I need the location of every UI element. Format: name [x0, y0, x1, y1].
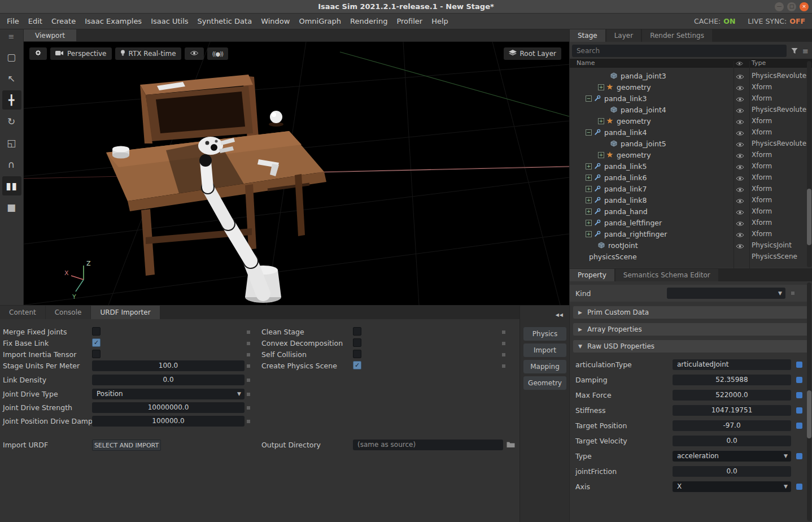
capture-button[interactable]: ((●))	[207, 47, 228, 60]
cache-status[interactable]: ON	[723, 17, 735, 25]
link-density-field[interactable]: 0.0	[92, 375, 245, 385]
self-collision-checkbox[interactable]	[353, 350, 361, 358]
visibility-button[interactable]	[185, 47, 204, 60]
tab-stage[interactable]: Stage	[570, 29, 605, 42]
visibility-eye-icon[interactable]	[736, 118, 744, 127]
kind-dropdown[interactable]: ▼	[667, 288, 785, 299]
stage-row-rootJoint[interactable]: rootJointPhysicsJoint	[570, 240, 812, 251]
axis-dropdown[interactable]: X▼	[673, 481, 791, 492]
maximize-button[interactable]: □	[787, 2, 796, 11]
viewport-canvas[interactable]: Perspective RTX Real-time ((●))	[24, 42, 569, 305]
visibility-eye-icon[interactable]	[736, 129, 744, 138]
visibility-eye-icon[interactable]	[736, 107, 744, 115]
scale-tool-button[interactable]: ◱	[2, 133, 21, 153]
root-layer-button[interactable]: Root Layer	[504, 47, 561, 60]
stop-tool-button[interactable]: ■	[2, 198, 21, 217]
section-array-properties[interactable]: ▶ Array Properties	[573, 323, 809, 336]
snap-tool-button[interactable]: ∩	[2, 155, 21, 174]
stage-row-geometry[interactable]: +geometryXform	[570, 149, 812, 160]
expand-icon[interactable]: +	[586, 163, 592, 169]
visibility-eye-icon[interactable]	[736, 186, 744, 194]
convex-decomposition-checkbox[interactable]	[353, 338, 361, 347]
menu-file[interactable]: File	[7, 17, 19, 25]
visibility-eye-icon[interactable]	[736, 73, 744, 81]
visibility-eye-icon[interactable]	[736, 197, 744, 206]
jointfriction-field[interactable]: 0.0	[673, 466, 791, 477]
tab-render-settings[interactable]: Render Settings	[642, 29, 712, 42]
output-directory-field[interactable]: (same as source)	[353, 440, 503, 450]
live-sync-status[interactable]: OFF	[789, 17, 805, 25]
side-tab-physics[interactable]: Physics	[523, 327, 566, 341]
camera-mode-button[interactable]: Perspective	[50, 47, 112, 60]
collapse-icon[interactable]: −	[586, 95, 592, 102]
target-velocity-field[interactable]: 0.0	[673, 436, 791, 446]
stage-row-geometry[interactable]: +geometryXform	[570, 115, 812, 127]
visibility-eye-icon[interactable]	[736, 152, 744, 160]
visibility-eye-icon[interactable]	[736, 95, 744, 104]
stage-row-geometry[interactable]: +geometryXform	[570, 81, 812, 93]
tab-semantics-schema-editor[interactable]: Semantics Schema Editor	[615, 269, 718, 281]
menu-rendering[interactable]: Rendering	[350, 17, 387, 25]
stage-units-per-meter-field[interactable]: 100.0	[92, 360, 245, 371]
collapse-icon[interactable]: −	[586, 129, 592, 136]
menu-edit[interactable]: Edit	[28, 17, 42, 25]
stiffness-field[interactable]: 1047.19751	[673, 405, 791, 416]
menu-synthetic-data[interactable]: Synthetic Data	[198, 17, 252, 25]
joint-drive-strength-field[interactable]: 10000000.0	[92, 402, 245, 413]
visibility-eye-icon[interactable]	[736, 163, 744, 172]
search-input[interactable]	[572, 45, 787, 57]
move-tool-button[interactable]: ╋	[2, 90, 21, 110]
tab-viewport[interactable]: Viewport	[24, 29, 76, 41]
visibility-eye-icon[interactable]	[736, 208, 744, 217]
tab-urdf-importer[interactable]: URDF Importer	[91, 306, 159, 319]
stage-row-panda_link6[interactable]: +panda_link6Xform	[570, 172, 812, 183]
visibility-eye-icon[interactable]	[736, 242, 744, 251]
tab-console[interactable]: Console	[46, 306, 91, 319]
section-raw-usd-properties[interactable]: ▼ Raw USD Properties	[573, 340, 809, 353]
expand-icon[interactable]: +	[586, 175, 592, 181]
expand-icon[interactable]: +	[586, 197, 592, 203]
menu-omnigraph[interactable]: OmniGraph	[299, 17, 341, 25]
stage-scrollbar-thumb[interactable]	[807, 189, 811, 245]
menu-window[interactable]: Window	[261, 17, 290, 25]
stage-row-panda_link4[interactable]: −panda_link4Xform	[570, 127, 812, 138]
visibility-eye-icon[interactable]	[736, 220, 744, 228]
rotate-tool-button[interactable]: ↻	[2, 112, 21, 131]
max-force-field[interactable]: 522000.0	[673, 390, 791, 401]
tab-property[interactable]: Property	[570, 269, 614, 281]
expand-icon[interactable]: +	[598, 84, 604, 90]
tab-content[interactable]: Content	[0, 306, 45, 319]
expand-icon[interactable]: +	[586, 231, 592, 237]
tab-layer[interactable]: Layer	[606, 29, 641, 42]
minimize-button[interactable]: —	[775, 2, 784, 11]
joint-drive-type-dropdown[interactable]: Position▼	[92, 389, 245, 399]
menu-create[interactable]: Create	[51, 17, 76, 25]
visibility-eye-icon[interactable]	[736, 231, 744, 240]
side-tab-import[interactable]: Import	[523, 343, 566, 357]
expand-icon[interactable]: +	[598, 118, 604, 124]
stage-row-panda_link5[interactable]: +panda_link5Xform	[570, 160, 812, 172]
pointer-tool-button[interactable]: ↖	[2, 69, 21, 88]
type-dropdown[interactable]: acceleration▼	[673, 451, 791, 462]
collapse-panel-button[interactable]: ◀◀	[556, 312, 564, 317]
joint-position-drive-damping-field[interactable]: 100000.0	[92, 416, 245, 427]
stage-row-panda_link7[interactable]: +panda_link7Xform	[570, 183, 812, 194]
clean-stage-checkbox[interactable]	[353, 327, 361, 336]
side-tab-mapping[interactable]: Mapping	[523, 360, 566, 373]
stage-row-panda_joint3[interactable]: panda_joint3PhysicsRevolute...	[570, 70, 812, 81]
target-position-field[interactable]: -97.0	[673, 420, 791, 431]
stage-row-panda_leftfinger[interactable]: +panda_leftfingerXform	[570, 217, 812, 228]
side-tab-geometry[interactable]: Geometry	[523, 376, 566, 390]
select-tool-button[interactable]: ▢	[2, 47, 21, 67]
expand-icon[interactable]: +	[598, 152, 604, 158]
create-physics-scene-checkbox[interactable]: ✓	[353, 361, 361, 369]
property-scrollbar-thumb[interactable]	[807, 390, 811, 438]
fix-base-link-checkbox[interactable]: ✓	[92, 338, 101, 347]
menu-isaac-utils[interactable]: Isaac Utils	[151, 17, 188, 25]
options-menu-icon[interactable]: ≡	[802, 47, 809, 55]
stage-row-panda_joint5[interactable]: panda_joint5PhysicsRevolute...	[570, 138, 812, 149]
section-prim-custom-data[interactable]: ▶ Prim Custom Data	[573, 306, 809, 319]
expand-icon[interactable]: +	[586, 220, 592, 226]
folder-icon[interactable]	[507, 441, 515, 450]
filter-funnel-icon[interactable]	[791, 47, 798, 54]
